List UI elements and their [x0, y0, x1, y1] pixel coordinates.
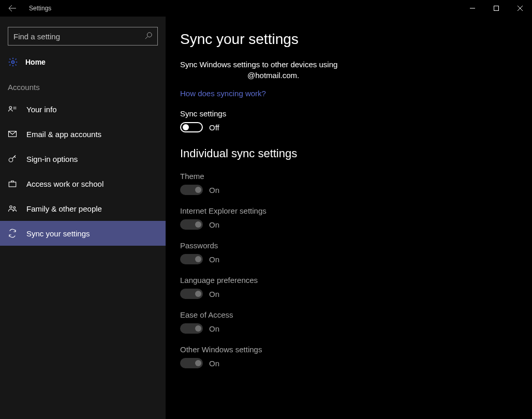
svg-rect-0	[494, 6, 499, 11]
person-card-icon	[8, 104, 17, 114]
sidebar-section-label: Accounts	[0, 73, 166, 97]
briefcase-icon	[8, 179, 17, 188]
back-button[interactable]	[0, 0, 25, 17]
svg-point-5	[9, 158, 13, 162]
sidebar-item-family[interactable]: Family & other people	[0, 196, 166, 221]
page-title: Sync your settings	[180, 31, 532, 48]
close-button[interactable]	[508, 0, 532, 17]
language-toggle-state: On	[209, 290, 219, 298]
sidebar-item-label: Email & app accounts	[26, 130, 101, 139]
sidebar-item-label: Your info	[26, 105, 57, 114]
individual-label: Other Windows settings	[180, 345, 532, 354]
sidebar-item-label: Access work or school	[26, 179, 104, 188]
individual-label: Ease of Access	[180, 310, 532, 319]
individual-setting-language: Language preferences On	[180, 276, 532, 299]
individual-setting-theme: Theme On	[180, 172, 532, 195]
sidebar-item-your-info[interactable]: Your info	[0, 97, 166, 122]
individual-setting-ie: Internet Explorer settings On	[180, 206, 532, 230]
minimize-button[interactable]	[461, 0, 484, 17]
individual-label: Passwords	[180, 241, 532, 250]
language-toggle	[180, 289, 203, 299]
people-icon	[8, 204, 17, 213]
key-icon	[8, 154, 17, 163]
sidebar-item-label: Sign-in options	[26, 155, 78, 163]
titlebar: Settings	[0, 0, 532, 17]
mail-icon	[8, 129, 17, 139]
individual-label: Theme	[180, 172, 532, 181]
individual-setting-other: Other Windows settings On	[180, 345, 532, 368]
theme-toggle	[180, 185, 203, 195]
other-windows-toggle	[180, 358, 203, 368]
individual-sync-header: Individual sync settings	[180, 147, 532, 160]
sync-settings-label: Sync settings	[180, 109, 532, 118]
sync-settings-state: Off	[209, 123, 219, 132]
ease-of-access-toggle	[180, 323, 203, 334]
sidebar-item-sync-settings[interactable]: Sync your settings	[0, 221, 166, 246]
svg-point-7	[10, 206, 12, 208]
sync-description-line2: @hotmail.com.	[247, 71, 532, 80]
passwords-toggle-state: On	[209, 255, 219, 264]
svg-point-8	[13, 207, 16, 209]
ie-toggle-state: On	[209, 220, 219, 229]
theme-toggle-state: On	[209, 186, 219, 194]
sync-description-line1: Sync Windows settings to other devices u…	[180, 59, 532, 70]
search-input[interactable]: Find a setting	[8, 27, 158, 46]
svg-point-1	[147, 32, 152, 37]
sidebar-item-label: Sync your settings	[26, 229, 90, 238]
how-syncing-works-link[interactable]: How does syncing work?	[180, 89, 266, 98]
search-icon	[145, 32, 152, 41]
maximize-button[interactable]	[484, 0, 508, 17]
svg-point-3	[9, 107, 12, 109]
sync-settings-toggle[interactable]	[180, 122, 203, 132]
passwords-toggle	[180, 254, 203, 264]
svg-point-2	[12, 61, 14, 64]
content-pane: Sync your settings Sync Windows settings…	[166, 17, 532, 419]
window-title: Settings	[25, 5, 51, 12]
sidebar-item-label: Family & other people	[26, 204, 102, 213]
gear-icon	[8, 57, 18, 67]
ease-of-access-toggle-state: On	[209, 324, 219, 333]
ie-toggle	[180, 219, 203, 230]
individual-label: Language preferences	[180, 276, 532, 285]
sidebar-item-email-accounts[interactable]: Email & app accounts	[0, 122, 166, 146]
other-windows-toggle-state: On	[209, 359, 219, 368]
individual-setting-passwords: Passwords On	[180, 241, 532, 264]
sidebar-item-signin-options[interactable]: Sign-in options	[0, 146, 166, 171]
individual-label: Internet Explorer settings	[180, 206, 532, 215]
sidebar-home[interactable]: Home	[0, 51, 166, 73]
sidebar-item-access-work[interactable]: Access work or school	[0, 171, 166, 196]
sidebar: Find a setting Home Accounts	[0, 17, 166, 419]
search-placeholder: Find a setting	[13, 32, 145, 41]
sync-icon	[8, 229, 17, 238]
svg-rect-6	[9, 182, 16, 187]
individual-setting-ease-of-access: Ease of Access On	[180, 310, 532, 334]
sidebar-home-label: Home	[25, 58, 46, 66]
